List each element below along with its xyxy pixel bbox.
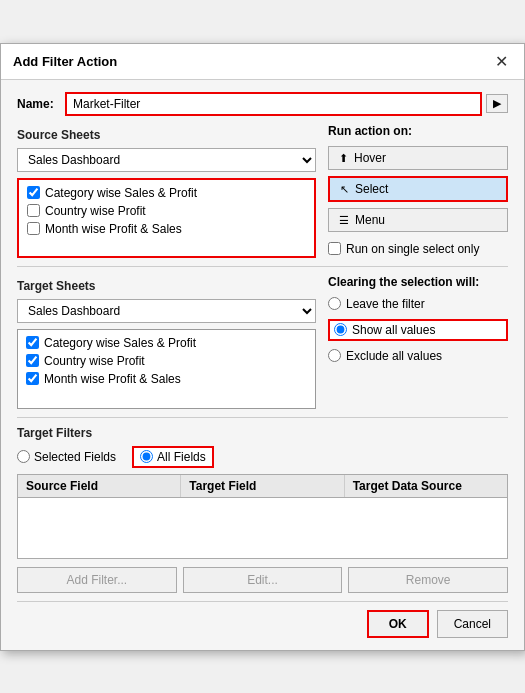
target-filters-table: Source Field Target Field Target Data So… (17, 474, 508, 559)
source-checklist: Category wise Sales & Profit Country wis… (17, 178, 316, 258)
col-target-field: Target Field (181, 475, 344, 497)
target-filters-options-row: Selected Fields All Fields (17, 446, 508, 468)
source-section: Source Sheets Sales Dashboard Category w… (17, 124, 508, 258)
target-left: Target Sheets Sales Dashboard Category w… (17, 275, 316, 409)
menu-icon (339, 213, 349, 227)
title-bar: Add Filter Action ✕ (1, 44, 524, 80)
close-button[interactable]: ✕ (491, 52, 512, 71)
menu-button[interactable]: Menu (328, 208, 508, 232)
leave-filter-radio[interactable] (328, 297, 341, 310)
dialog-title: Add Filter Action (13, 54, 117, 69)
remove-button[interactable]: Remove (348, 567, 508, 593)
exclude-all-option[interactable]: Exclude all values (328, 349, 508, 363)
edit-button[interactable]: Edit... (183, 567, 343, 593)
all-fields-option[interactable]: All Fields (132, 446, 214, 468)
clearing-label: Clearing the selection will: (328, 275, 508, 289)
target-sheets-dropdown[interactable]: Sales Dashboard (17, 299, 316, 323)
target-checkbox-3[interactable] (26, 372, 39, 385)
show-all-radio[interactable] (334, 323, 347, 336)
hover-icon (339, 151, 348, 165)
name-row: Name: ▶ (17, 92, 508, 116)
target-dropdown-row: Sales Dashboard (17, 299, 316, 323)
source-item-1[interactable]: Category wise Sales & Profit (27, 186, 306, 200)
leave-filter-option[interactable]: Leave the filter (328, 297, 508, 311)
target-checkbox-1[interactable] (26, 336, 39, 349)
ok-button[interactable]: OK (367, 610, 429, 638)
footer-buttons: OK Cancel (17, 601, 508, 638)
name-input[interactable] (65, 92, 482, 116)
nav-button[interactable]: ▶ (486, 94, 508, 113)
source-checkbox-2[interactable] (27, 204, 40, 217)
target-checkbox-2[interactable] (26, 354, 39, 367)
target-sheets-label: Target Sheets (17, 279, 316, 293)
add-filter-button[interactable]: Add Filter... (17, 567, 177, 593)
target-filters-section: Target Filters Selected Fields All Field… (17, 426, 508, 593)
target-item-1[interactable]: Category wise Sales & Profit (26, 336, 307, 350)
target-filters-label: Target Filters (17, 426, 508, 440)
dialog-body: Name: ▶ Source Sheets Sales Dashboard Ca… (1, 80, 524, 650)
exclude-all-radio[interactable] (328, 349, 341, 362)
source-dropdown-row: Sales Dashboard (17, 148, 316, 172)
run-single-row: Run on single select only (328, 242, 508, 256)
selected-fields-radio[interactable] (17, 450, 30, 463)
source-left: Source Sheets Sales Dashboard Category w… (17, 124, 316, 258)
table-body (18, 498, 507, 558)
bottom-buttons: Add Filter... Edit... Remove (17, 567, 508, 593)
source-sheets-label: Source Sheets (17, 128, 316, 142)
all-fields-radio[interactable] (140, 450, 153, 463)
target-item-3[interactable]: Month wise Profit & Sales (26, 372, 307, 386)
source-item-3[interactable]: Month wise Profit & Sales (27, 222, 306, 236)
selected-fields-option[interactable]: Selected Fields (17, 450, 116, 464)
show-all-option[interactable]: Show all values (328, 319, 508, 341)
source-item-2[interactable]: Country wise Profit (27, 204, 306, 218)
name-label: Name: (17, 97, 57, 111)
add-filter-action-dialog: Add Filter Action ✕ Name: ▶ Source Sheet… (0, 43, 525, 651)
target-section: Target Sheets Sales Dashboard Category w… (17, 275, 508, 409)
source-sheets-dropdown[interactable]: Sales Dashboard (17, 148, 316, 172)
target-checklist: Category wise Sales & Profit Country wis… (17, 329, 316, 409)
select-button[interactable]: Select (328, 176, 508, 202)
run-single-checkbox[interactable] (328, 242, 341, 255)
col-source-field: Source Field (18, 475, 181, 497)
col-target-datasource: Target Data Source (345, 475, 507, 497)
run-action-col: Run action on: Hover Select Menu Run on … (328, 124, 508, 258)
source-checkbox-3[interactable] (27, 222, 40, 235)
target-item-2[interactable]: Country wise Profit (26, 354, 307, 368)
source-checkbox-1[interactable] (27, 186, 40, 199)
clearing-col: Clearing the selection will: Leave the f… (328, 275, 508, 409)
run-action-label: Run action on: (328, 124, 508, 138)
hover-button[interactable]: Hover (328, 146, 508, 170)
cancel-button[interactable]: Cancel (437, 610, 508, 638)
table-header: Source Field Target Field Target Data So… (18, 475, 507, 498)
select-icon (340, 182, 349, 196)
